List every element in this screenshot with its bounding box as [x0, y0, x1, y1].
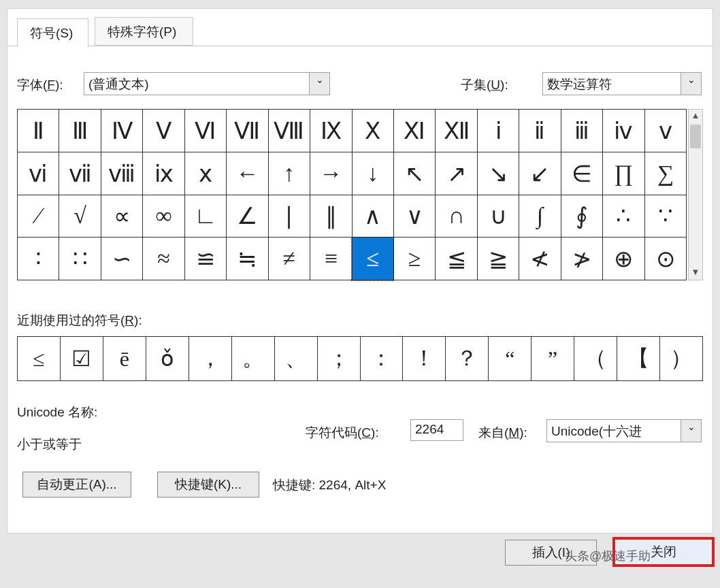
symbol-cell[interactable]: ∫: [519, 195, 561, 238]
recent-symbol-cell[interactable]: 【: [617, 337, 660, 381]
symbol-cell[interactable]: ≦: [436, 238, 477, 280]
symbol-cell[interactable]: ⅸ: [143, 152, 184, 195]
symbol-cell[interactable]: ∕: [18, 195, 59, 238]
scroll-up-icon[interactable]: ▲: [689, 110, 702, 123]
symbol-cell[interactable]: ∞: [143, 195, 184, 238]
recent-symbol-cell[interactable]: ǒ: [146, 337, 189, 381]
symbol-cell[interactable]: Ⅹ: [352, 110, 393, 152]
tab-symbols[interactable]: 符号(S): [17, 18, 88, 47]
symbol-cell[interactable]: Ⅴ: [143, 110, 184, 152]
symbol-cell[interactable]: ∠: [227, 195, 268, 238]
symbol-cell[interactable]: ∑: [644, 152, 686, 195]
symbol-cell[interactable]: ∏: [603, 152, 644, 195]
symbol-cell[interactable]: ∽: [101, 238, 142, 280]
symbol-cell[interactable]: ⊙: [644, 238, 686, 280]
symbol-cell[interactable]: →: [310, 152, 352, 195]
symbol-cell[interactable]: ←: [227, 152, 268, 195]
symbol-cell[interactable]: ≌: [184, 238, 226, 280]
symbol-cell[interactable]: ⅴ: [644, 110, 686, 152]
symbol-cell[interactable]: ≯: [561, 238, 602, 280]
recent-symbol-cell[interactable]: ，: [189, 337, 231, 381]
symbol-cell[interactable]: ∷: [59, 238, 101, 280]
symbol-cell[interactable]: ↙: [519, 152, 561, 195]
symbol-cell[interactable]: ∵: [644, 195, 686, 238]
symbol-cell[interactable]: ⅰ: [477, 110, 519, 152]
symbol-cell[interactable]: ↓: [352, 152, 393, 195]
symbol-cell[interactable]: Ⅸ: [310, 110, 352, 152]
from-combo[interactable]: Unicode(十六进: [546, 419, 702, 442]
recent-symbol-cell[interactable]: ”: [531, 337, 574, 381]
symbol-cell[interactable]: ≤: [352, 238, 393, 280]
symbol-cell[interactable]: ∟: [184, 195, 226, 238]
symbol-cell[interactable]: ⅶ: [59, 152, 101, 195]
symbol-cell[interactable]: ≈: [143, 238, 184, 280]
scroll-thumb[interactable]: [690, 125, 701, 148]
symbol-cell[interactable]: ≡: [310, 238, 352, 280]
recent-symbol-cell[interactable]: “: [489, 337, 531, 381]
symbol-cell[interactable]: ∮: [561, 195, 602, 238]
symbol-cell[interactable]: Ⅵ: [184, 110, 226, 152]
recent-symbol-cell[interactable]: ）: [660, 337, 703, 381]
symbol-cell[interactable]: ∈: [561, 152, 602, 195]
chevron-down-icon[interactable]: [681, 73, 701, 95]
symbol-cell[interactable]: Ⅻ: [436, 110, 477, 152]
recent-symbol-cell[interactable]: 。: [231, 337, 274, 381]
symbol-cell[interactable]: ∧: [352, 195, 393, 238]
symbol-cell[interactable]: ∪: [477, 195, 519, 238]
recent-grid: ≤☑ēǒ，。、；：！？“”（【）: [17, 336, 703, 381]
subset-combo[interactable]: 数学运算符: [542, 72, 702, 95]
symbol-cell[interactable]: ↖: [393, 152, 435, 195]
symbol-cell[interactable]: √: [59, 195, 101, 238]
symbol-cell[interactable]: Ⅲ: [59, 110, 101, 152]
autocorrect-button[interactable]: 自动更正(A)...: [22, 472, 131, 497]
recent-symbol-cell[interactable]: ：: [360, 337, 403, 381]
grid-scrollbar[interactable]: ▲ ▼: [688, 109, 703, 280]
symbol-cell[interactable]: Ⅱ: [18, 110, 59, 152]
symbol-cell[interactable]: ⅱ: [519, 110, 561, 152]
symbol-cell[interactable]: Ⅶ: [227, 110, 268, 152]
symbol-cell[interactable]: ⅲ: [561, 110, 602, 152]
symbol-cell[interactable]: ≒: [227, 238, 268, 280]
recent-symbol-cell[interactable]: ☑: [60, 337, 103, 381]
recent-symbol-cell[interactable]: ē: [103, 337, 146, 381]
symbol-cell[interactable]: ⅷ: [101, 152, 142, 195]
font-label: 字体(F):: [17, 76, 63, 94]
chevron-down-icon[interactable]: [681, 420, 701, 442]
symbol-cell[interactable]: ≠: [268, 238, 310, 280]
tab-special-chars[interactable]: 特殊字符(P): [95, 17, 193, 46]
symbol-cell[interactable]: ∩: [436, 195, 477, 238]
symbol-cell[interactable]: ⅹ: [184, 152, 226, 195]
font-combo[interactable]: (普通文本): [84, 72, 330, 95]
symbol-cell[interactable]: ↑: [268, 152, 310, 195]
symbol-cell[interactable]: ∶: [18, 238, 59, 280]
symbol-cell[interactable]: ↗: [436, 152, 477, 195]
chevron-down-icon[interactable]: [309, 73, 329, 95]
symbol-cell[interactable]: ∣: [268, 195, 310, 238]
recent-symbol-cell[interactable]: ！: [403, 337, 446, 381]
insert-button[interactable]: 插入(I): [505, 540, 597, 566]
symbol-cell[interactable]: ⅵ: [18, 152, 59, 195]
close-button[interactable]: 关闭: [612, 537, 715, 567]
symbol-cell[interactable]: ≮: [519, 238, 561, 280]
symbol-grid: ⅡⅢⅣⅤⅥⅦⅧⅨⅩⅪⅫⅰⅱⅲⅳⅴⅵⅶⅷⅸⅹ←↑→↓↖↗↘↙∈∏∑∕√∝∞∟∠∣∥…: [17, 109, 687, 280]
symbol-cell[interactable]: Ⅷ: [268, 110, 310, 152]
recent-symbol-cell[interactable]: （: [574, 337, 617, 381]
shortcut-button[interactable]: 快捷键(K)...: [157, 472, 259, 497]
recent-symbol-cell[interactable]: ；: [317, 337, 360, 381]
symbol-cell[interactable]: ↘: [477, 152, 519, 195]
symbol-cell[interactable]: ∥: [310, 195, 352, 238]
symbol-cell[interactable]: ⅳ: [603, 110, 644, 152]
symbol-cell[interactable]: ≥: [393, 238, 435, 280]
recent-symbol-cell[interactable]: ≤: [18, 337, 61, 381]
recent-symbol-cell[interactable]: 、: [274, 337, 317, 381]
symbol-cell[interactable]: Ⅺ: [393, 110, 435, 152]
scroll-down-icon[interactable]: ▼: [689, 266, 702, 280]
recent-symbol-cell[interactable]: ？: [446, 337, 489, 381]
symbol-cell[interactable]: Ⅳ: [101, 110, 142, 152]
char-code-input[interactable]: 2264: [410, 419, 463, 441]
symbol-cell[interactable]: ∨: [393, 195, 435, 238]
symbol-cell[interactable]: ∝: [101, 195, 142, 238]
symbol-cell[interactable]: ≧: [477, 238, 519, 280]
symbol-cell[interactable]: ⊕: [603, 238, 644, 280]
symbol-cell[interactable]: ∴: [603, 195, 644, 238]
